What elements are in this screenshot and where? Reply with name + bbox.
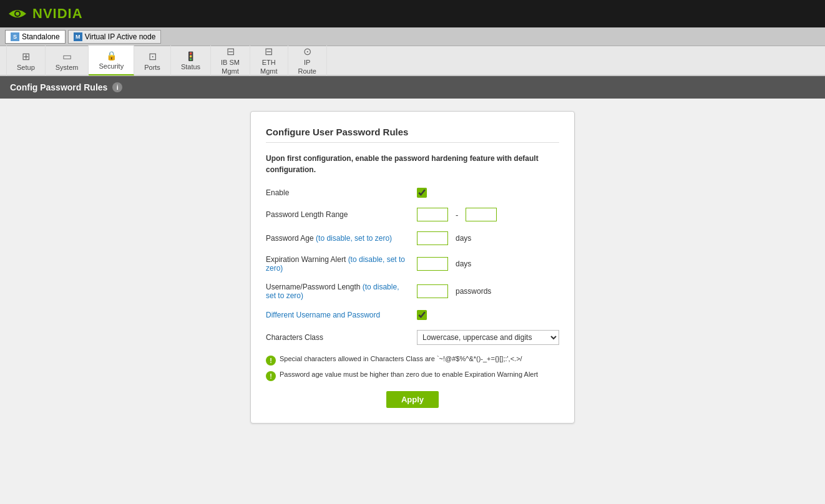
nav-item-status[interactable]: Status: [171, 46, 211, 75]
nav-bar: Setup System Security Ports Status IB SM…: [0, 46, 825, 76]
warning-icon-1: !: [266, 356, 276, 366]
nav-label-status: Status: [181, 63, 200, 70]
virtual-ip-node-button[interactable]: M Virtual IP Active node: [68, 30, 162, 44]
apply-button[interactable]: Apply: [386, 391, 439, 408]
svg-point-2: [16, 12, 19, 16]
standalone-icon: S: [11, 32, 19, 41]
nav-item-security[interactable]: Security: [89, 46, 134, 75]
ibsm-icon: [227, 46, 235, 57]
password-length-row: Password Length Range 8 - 64: [266, 208, 559, 221]
warnings-section: ! Special characters allowed in Characte…: [266, 355, 559, 381]
config-panel: Configure User Password Rules Upon first…: [250, 111, 575, 424]
enable-checkbox[interactable]: [417, 188, 427, 198]
nav-label-ibsm: IB SMMgmt: [221, 59, 240, 75]
warning-row-2: ! Password age value must be higher than…: [266, 371, 559, 381]
standalone-label: Standalone: [22, 32, 60, 41]
virtual-ip-icon: M: [74, 32, 82, 41]
username-password-input[interactable]: 5: [417, 284, 448, 298]
nvidia-eye-icon: [6, 5, 29, 22]
username-password-label: Username/Password Length (to disable, se…: [266, 283, 409, 300]
password-age-unit: days: [456, 234, 471, 243]
different-username-row: Different Username and Password: [266, 310, 559, 320]
password-length-min-input[interactable]: 8: [417, 208, 448, 221]
expiration-warning-label: Expiration Warning Alert (to disable, se…: [266, 255, 409, 273]
password-length-label: Password Length Range: [266, 210, 409, 219]
page-info-icon[interactable]: i: [112, 82, 122, 92]
expiration-warning-unit: days: [456, 259, 471, 268]
warning-row-1: ! Special characters allowed in Characte…: [266, 355, 559, 366]
main-content: Configure User Password Rules Upon first…: [0, 99, 825, 436]
nav-label-ports: Ports: [144, 64, 160, 71]
setup-icon: [22, 51, 30, 62]
standalone-node-button[interactable]: S Standalone: [5, 30, 66, 44]
page-title: Config Password Rules: [10, 82, 107, 92]
expiration-warning-input[interactable]: 15: [417, 257, 448, 271]
password-age-label: Password Age (to disable, set to zero): [266, 234, 409, 243]
nav-label-system: System: [56, 64, 79, 71]
top-header: NVIDIA: [0, 0, 825, 27]
virtual-ip-label: Virtual IP Active node: [85, 32, 156, 41]
different-username-label: Different Username and Password: [266, 311, 409, 319]
different-username-checkbox[interactable]: [417, 310, 427, 320]
panel-note: Upon first configuration, enable the pas…: [266, 153, 559, 175]
panel-title: Configure User Password Rules: [266, 127, 559, 143]
expiration-warning-row: Expiration Warning Alert (to disable, se…: [266, 255, 559, 273]
username-password-unit: passwords: [456, 287, 491, 296]
characters-class-row: Characters Class Lowercase, uppercase an…: [266, 330, 559, 345]
range-separator: -: [456, 210, 458, 220]
nav-item-iproute[interactable]: IPRoute: [288, 46, 327, 75]
password-age-row: Password Age (to disable, set to zero) 3…: [266, 231, 559, 245]
nav-item-ethmgmt[interactable]: ETHMgmt: [250, 46, 288, 75]
nvidia-logo: NVIDIA: [6, 5, 83, 22]
status-icon: [185, 51, 196, 62]
ethmgmt-icon: [265, 46, 273, 57]
nav-label-security: Security: [99, 62, 124, 70]
node-bar: S Standalone M Virtual IP Active node: [0, 27, 825, 46]
characters-class-label: Characters Class: [266, 333, 409, 342]
warning-icon-2: !: [266, 371, 276, 381]
enable-label: Enable: [266, 188, 409, 197]
nav-item-ibsm[interactable]: IB SMMgmt: [211, 46, 250, 75]
nav-item-setup[interactable]: Setup: [6, 46, 46, 75]
nvidia-brand-text: NVIDIA: [32, 6, 83, 22]
nav-item-system[interactable]: System: [46, 46, 89, 75]
nav-label-ethmgmt: ETHMgmt: [260, 59, 278, 75]
enable-row: Enable: [266, 188, 559, 198]
system-icon: [62, 51, 72, 62]
username-password-row: Username/Password Length (to disable, se…: [266, 283, 559, 300]
security-icon: [106, 50, 117, 61]
warning-text-2: Password age value must be higher than z…: [280, 371, 538, 378]
nav-label-iproute: IPRoute: [298, 59, 316, 75]
apply-section: Apply: [266, 391, 559, 408]
iproute-icon: [303, 46, 311, 57]
page-title-bar: Config Password Rules i: [0, 76, 825, 99]
nav-label-setup: Setup: [17, 64, 35, 71]
warning-text-1: Special characters allowed in Characters…: [280, 355, 522, 362]
password-length-max-input[interactable]: 64: [466, 208, 497, 221]
nav-item-ports[interactable]: Ports: [134, 46, 171, 75]
ports-icon: [149, 51, 157, 62]
characters-class-select[interactable]: Lowercase, uppercase and digits Lowercas…: [417, 330, 559, 345]
password-age-input[interactable]: 36: [417, 231, 448, 245]
